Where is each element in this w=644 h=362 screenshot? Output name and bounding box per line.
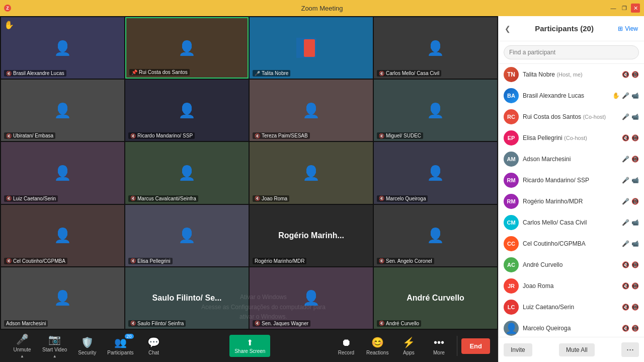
participants-button[interactable]: 👥 Participants 20 bbox=[103, 333, 137, 359]
list-item[interactable]: TN Talita Nobre (Host, me) 🔇 📵 bbox=[499, 64, 644, 85]
video-grid: 👤 ✋ 🔇 Brasil Alexandre Lucas 👤 📌 Rui Cos… bbox=[0, 16, 498, 330]
video-cell-marcus[interactable]: 👤 🔇 Marcus Cavalcanti/Seinfra bbox=[125, 142, 249, 203]
participant-video: 👤 bbox=[1, 17, 124, 79]
list-item[interactable]: LC Luiz Caetano/Serin 🔇 📵 bbox=[499, 297, 644, 318]
video-cell-jaques[interactable]: 👤 🔇 Sen. Jaques Wagner bbox=[250, 267, 373, 329]
list-item[interactable]: JR Joao Roma 🔇 📵 bbox=[499, 275, 644, 297]
participant-status-icons: 🔇 📵 bbox=[622, 325, 639, 332]
participant-label: 🔇 Joao Roma bbox=[253, 195, 289, 202]
participant-status-icons: 🎤 📹 bbox=[622, 177, 639, 184]
video-cell-elisa[interactable]: 👤 🔇 Elisa Pellegrini bbox=[125, 205, 249, 266]
participants-list: TN Talita Nobre (Host, me) 🔇 📵 BA Brasil… bbox=[499, 64, 644, 337]
cam-active-icon: 📹 bbox=[631, 240, 639, 247]
video-cell-miguel[interactable]: 👤 🔇 Miguel/ SUDEC bbox=[374, 80, 497, 141]
mic-muted-icon: 🔇 bbox=[622, 134, 629, 141]
participant-label: 🔇 Luiz Caetano/Serin bbox=[4, 195, 58, 202]
list-item[interactable]: RM Rogério Marinho/MDR 🎤 📵 bbox=[499, 191, 644, 212]
cam-off-icon: 📵 bbox=[631, 198, 639, 205]
more-options-button[interactable]: ··· bbox=[621, 342, 639, 357]
cam-off-icon: 📵 bbox=[631, 304, 639, 311]
participant-name: Cel Coutinho/CGPMBA bbox=[523, 240, 618, 247]
minimize-btn[interactable]: — bbox=[609, 4, 618, 13]
share-screen-button[interactable]: ⬆ Share Screen bbox=[229, 335, 270, 357]
mic-muted-icon: 🔇 bbox=[622, 282, 629, 289]
mic-muted-icon: 🎤 bbox=[16, 333, 29, 345]
invite-button[interactable]: Invite bbox=[504, 343, 532, 356]
mic-muted-icon: 🔇 bbox=[622, 71, 629, 78]
maximize-btn[interactable]: ❐ bbox=[620, 4, 629, 13]
avatar: BA bbox=[504, 88, 519, 103]
participant-status-icons: ✋ 🎤 📹 bbox=[612, 92, 639, 99]
cam-active-icon: 📹 bbox=[631, 92, 639, 99]
toolbar-divider bbox=[457, 336, 457, 356]
video-cell-joao[interactable]: 👤 🔇 Joao Roma bbox=[250, 142, 373, 203]
cam-active-icon: 📹 bbox=[631, 177, 639, 184]
chat-button[interactable]: 💬 Chat bbox=[140, 333, 168, 359]
video-cell-luiz[interactable]: 👤 🔇 Luiz Caetano/Serin bbox=[1, 142, 124, 203]
list-item[interactable]: AC André Curvello 🔇 📵 bbox=[499, 254, 644, 275]
video-cell-cel[interactable]: 👤 🔇 Cel Coutinho/CGPMBA bbox=[1, 205, 124, 266]
avatar: EP bbox=[504, 130, 519, 146]
video-cell-carlos[interactable]: 👤 🔇 Carlos Mello/ Casa Civil bbox=[374, 17, 497, 79]
list-item[interactable]: CC Cel Coutinho/CGPMBA 🎤 📹 bbox=[499, 233, 644, 254]
participant-label: 🔇 Sen. Angelo Coronel bbox=[377, 258, 434, 264]
cam-off-icon: 📵 bbox=[631, 156, 639, 163]
video-cell-ubiratan[interactable]: 👤 🔇 Ubiratan/ Embasa bbox=[1, 80, 124, 141]
people-icon: 👥 bbox=[114, 336, 127, 348]
cam-off-icon: 📵 bbox=[631, 325, 639, 332]
participant-video: 👤 bbox=[1, 267, 124, 329]
video-cell-talita[interactable]: 🎤 Talita Nobre bbox=[250, 17, 373, 79]
video-cell-senator[interactable]: 👤 🔇 Sen. Angelo Coronel bbox=[374, 205, 497, 266]
video-cell-marcelo[interactable]: 👤 🔇 Marcelo Queiroga bbox=[374, 142, 497, 203]
list-item[interactable]: EP Elisa Pellegrini (Co-host) 🔇 📵 bbox=[499, 127, 644, 149]
logo-display bbox=[250, 17, 373, 79]
cam-off-icon: 📵 bbox=[631, 134, 639, 141]
search-input[interactable] bbox=[504, 45, 639, 59]
start-video-button[interactable]: 📷 Start Video ▲ bbox=[38, 333, 71, 359]
video-cell-brasil[interactable]: 👤 ✋ 🔇 Brasil Alexandre Lucas bbox=[1, 17, 124, 79]
reactions-button[interactable]: 😊 Reactions bbox=[362, 333, 392, 359]
view-button[interactable]: ⊞ View bbox=[618, 25, 638, 32]
security-button[interactable]: 🛡️ Security bbox=[73, 333, 101, 359]
participant-label: Adson Marchesini bbox=[4, 320, 48, 327]
hand-raise-icon: ✋ bbox=[4, 20, 14, 30]
list-item[interactable]: 👤 Marcelo Queiroga 🔇 📵 bbox=[499, 318, 644, 337]
participant-label: 🔇 Ricardo Mandarino/ SSP bbox=[128, 132, 195, 139]
video-cell-rogerio[interactable]: Rogério Marinh... Rogério Marinho/MDR bbox=[250, 205, 373, 266]
big-name-saulo: Saulo Filinto/ Se... bbox=[148, 289, 226, 307]
participant-label: 🔇 Cel Coutinho/CGPMBA bbox=[4, 258, 67, 264]
participant-video: 👤 bbox=[1, 142, 124, 203]
participant-video: 👤 bbox=[374, 205, 497, 266]
avatar: RM bbox=[504, 194, 519, 209]
list-item[interactable]: RC Rui Costa dos Santos (Co-host) 🎤 📹 bbox=[499, 106, 644, 127]
participant-video: 👤 bbox=[1, 80, 124, 141]
close-btn[interactable]: ✕ bbox=[631, 4, 640, 13]
mic-active-icon: 🎤 bbox=[622, 113, 629, 120]
record-button[interactable]: ⏺ Record bbox=[332, 333, 360, 359]
video-cell-ricardo[interactable]: 👤 🔇 Ricardo Mandarino/ SSP bbox=[125, 80, 249, 141]
avatar: 👤 bbox=[504, 321, 519, 336]
list-item[interactable]: BA Brasil Alexandre Lucas ✋ 🎤 📹 bbox=[499, 85, 644, 106]
avatar: RC bbox=[504, 109, 519, 124]
end-button[interactable]: End bbox=[461, 338, 490, 354]
video-cell-adson[interactable]: 👤 Adson Marchesini bbox=[1, 267, 124, 329]
cam-active-icon: 📹 bbox=[631, 219, 639, 226]
video-cell-saulo[interactable]: Saulo Filinto/ Se... 🔇 Saulo Filinto/ Se… bbox=[125, 267, 249, 329]
video-cell-tereza[interactable]: 👤 🔇 Tereza Paim/SESAB bbox=[250, 80, 373, 141]
mute-all-button[interactable]: Mute All bbox=[559, 343, 595, 356]
list-item[interactable]: CM Carlos Mello/ Casa Civil 🎤 📹 bbox=[499, 212, 644, 233]
participant-name: Elisa Pellegrini (Co-host) bbox=[523, 134, 618, 141]
apps-button[interactable]: ⚡ Apps bbox=[394, 333, 423, 359]
list-item[interactable]: RM Ricardo Mandarino/ SSP 🎤 📹 bbox=[499, 170, 644, 191]
participant-name: Marcelo Queiroga bbox=[523, 325, 618, 332]
video-cell-andre[interactable]: André Curvello 🔇 André Curvello bbox=[374, 267, 497, 329]
participant-video: 👤 bbox=[374, 17, 497, 79]
unmute-button[interactable]: 🎤 Unmute ▲ bbox=[8, 333, 36, 359]
participant-label: 🔇 Brasil Alexandre Lucas bbox=[4, 70, 66, 77]
list-item[interactable]: AM Adson Marchesini 🎤 📵 bbox=[499, 149, 644, 170]
toolbar: 🎤 Unmute ▲ 📷 Start Video ▲ 🛡️ Security 👥… bbox=[0, 330, 498, 362]
video-cell-rui[interactable]: 👤 📌 Rui Costa dos Santos bbox=[125, 17, 249, 79]
collapse-icon[interactable]: ❮ bbox=[505, 25, 511, 33]
more-button[interactable]: ••• More bbox=[425, 333, 453, 359]
participant-name: Ricardo Mandarino/ SSP bbox=[523, 177, 618, 184]
